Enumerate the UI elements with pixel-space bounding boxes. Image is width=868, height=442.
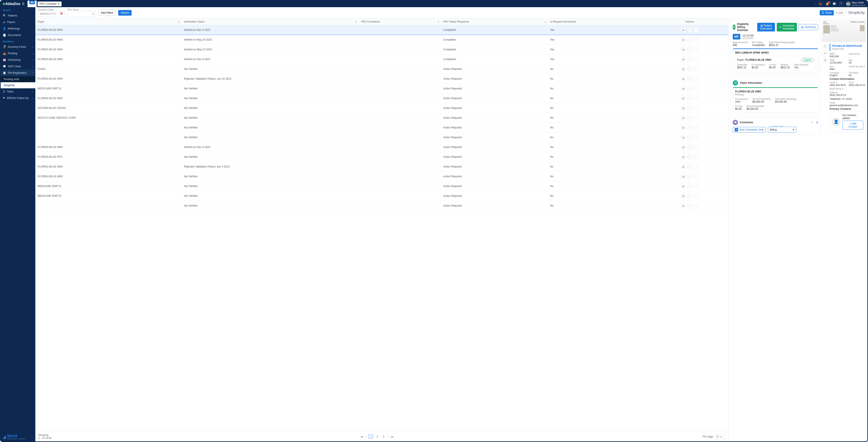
patient-estimation-button[interactable]: ▤ Patient Estimation <box>757 23 775 31</box>
table-row[interactable]: MEDICARE PART BNot VerifiedAction Requir… <box>35 191 728 201</box>
table-row[interactable]: FLORIDA BLUE HMOVerified on May 29 2023C… <box>35 35 728 45</box>
view-pane-button[interactable]: ☰Pane <box>820 10 834 16</box>
sidebar-item-birads[interactable]: ⚑BIRADs Follow-Up› <box>1 95 35 101</box>
table-row[interactable]: FLORIDA BLUE HMOVerified on May 23 2023C… <box>35 45 728 55</box>
col-comments[interactable]: PEV Comments▴▾ <box>359 19 441 25</box>
row-doc-icon[interactable]: ▤ <box>681 76 686 81</box>
row-doc-icon[interactable]: ▤ <box>681 86 686 91</box>
row-check-icon[interactable]: ✓ <box>687 164 692 169</box>
summary-button[interactable]: ▤Summary <box>799 24 818 30</box>
row-more-icon[interactable]: ⋯ <box>694 164 699 169</box>
table-row[interactable]: CIGNANot VerifiedAction RequiredNo▤✓⋯ <box>35 64 728 74</box>
chevron-right-icon[interactable]: › <box>815 2 816 5</box>
page-first-icon[interactable]: ⏮ <box>361 435 363 438</box>
menu-toggle-icon[interactable]: ☰ <box>22 2 25 5</box>
row-more-icon[interactable]: ⋯ <box>694 135 699 140</box>
row-check-icon[interactable]: ✓ <box>687 154 692 159</box>
row-doc-icon[interactable]: ▤ <box>681 125 686 130</box>
chat-icon[interactable]: 💬 <box>832 2 837 6</box>
row-doc-icon[interactable]: ▤ <box>681 115 686 120</box>
table-row[interactable]: FLORIDA BLUE HMONot VerifiedAction Requi… <box>35 93 728 103</box>
row-check-icon[interactable]: ✓ <box>687 203 692 208</box>
add-contact-button[interactable]: + Add Contact <box>842 121 863 130</box>
info-icon[interactable]: ⓘ <box>822 43 828 49</box>
row-more-icon[interactable]: ⋯ <box>694 106 699 111</box>
row-doc-icon[interactable]: ▤ <box>681 135 686 140</box>
row-check-icon[interactable]: ✓ <box>687 145 692 150</box>
bell-icon[interactable]: 🔔 <box>825 2 830 6</box>
row-check-icon[interactable]: ✓ <box>687 66 692 71</box>
row-more-icon[interactable]: ⋯ <box>694 203 699 208</box>
row-more-icon[interactable]: ⋯ <box>694 37 699 42</box>
row-more-icon[interactable]: ⋯ <box>694 183 699 189</box>
comment-type-select[interactable]: Comment Type Billing ▾ <box>768 127 796 133</box>
row-more-icon[interactable]: ⋯ <box>694 154 699 159</box>
row-doc-icon[interactable]: ▤ <box>681 164 686 169</box>
sidebar-sub-simplicity[interactable]: Simplicity <box>1 82 35 88</box>
row-check-icon[interactable]: ✓ <box>687 76 692 81</box>
col-ok[interactable]: Is Request Successful <box>548 19 651 25</box>
view-list-button[interactable]: ≡List <box>834 10 845 16</box>
insurance-reviewed-button[interactable]: ✔ Insurance Reviewed <box>777 23 797 31</box>
row-doc-icon[interactable]: ▤ <box>681 193 686 199</box>
table-row[interactable]: Not VerifiedAction RequiredNo▤✓⋯ <box>35 132 728 142</box>
row-check-icon[interactable]: ✓ <box>687 183 692 189</box>
table-row[interactable]: FLORIDA BLUE HMONot VerifiedAction Requi… <box>35 172 728 181</box>
row-doc-icon[interactable]: ▤ <box>681 57 686 62</box>
search-button[interactable]: Search <box>118 10 132 16</box>
help-icon[interactable]: ? <box>839 2 844 6</box>
sidebar-item-documents[interactable]: 📄Documents <box>1 32 35 38</box>
sidebar-item-scheduling[interactable]: 📅Scheduling› <box>1 57 35 63</box>
row-check-icon[interactable]: ✓ <box>687 47 692 52</box>
sidebar-item-referrings[interactable]: 👤Referrings <box>1 25 35 32</box>
perpage-select[interactable]: 25 ▾ <box>715 434 725 439</box>
table-row[interactable]: Not VerifiedAction RequiredNo▤✓⋯ <box>35 201 728 211</box>
bookmark-icon[interactable]: 🔖 <box>818 2 823 6</box>
row-more-icon[interactable]: ⋯ <box>694 96 699 101</box>
row-doc-icon[interactable]: ▤ <box>681 37 686 42</box>
row-check-icon[interactable]: ✓ <box>687 86 692 91</box>
row-doc-icon[interactable]: ▤ <box>681 96 686 101</box>
row-doc-icon[interactable]: ▤ <box>681 203 686 208</box>
tab-close-icon[interactable]: × <box>58 2 59 5</box>
row-check-icon[interactable]: ✓ <box>687 115 692 120</box>
row-more-icon[interactable]: ⋯ <box>694 66 699 71</box>
row-doc-icon[interactable]: ▤ <box>681 183 686 189</box>
row-more-icon[interactable]: ⋯ <box>694 193 699 199</box>
row-more-icon[interactable]: ⋯ <box>694 145 699 150</box>
row-doc-icon[interactable]: ▤ <box>681 66 686 71</box>
pev-status-select[interactable]: ▾ <box>68 11 96 17</box>
patient-name[interactable]: FRANKLIN WEINTRAUB <box>832 45 864 48</box>
table-row[interactable]: FLORIDA BLUE HMOVerified on Dec 4 2023Ac… <box>35 142 728 152</box>
calendar-icon[interactable]: 📅 <box>60 12 63 16</box>
row-check-icon[interactable]: ✓ <box>687 37 692 42</box>
table-row[interactable]: Not VerifiedAction RequiredNo▤✓⋯ <box>35 123 728 132</box>
table-row[interactable]: FLORIDA BLUE HMOVerified on Dec 4 2023Co… <box>35 55 728 64</box>
popout-icon[interactable]: ⧉ <box>816 121 818 124</box>
row-more-icon[interactable]: ⋯ <box>694 57 699 62</box>
table-row[interactable]: FLORIDA BLUE HMOVerified on Dec 4 2023Co… <box>35 25 728 35</box>
row-more-icon[interactable]: ⋯ <box>694 76 699 81</box>
col-status[interactable]: Verification Status▴▾ <box>182 19 359 25</box>
tab-open[interactable]: PEV Complete × <box>37 2 62 6</box>
table-row[interactable]: MEDICARE PART BNot VerifiedAction Requir… <box>35 181 728 191</box>
row-more-icon[interactable]: ⋯ <box>694 27 699 33</box>
row-more-icon[interactable]: ⋯ <box>694 47 699 52</box>
table-row[interactable]: FLORIDA BLUE PPONot VerifiedAction Requi… <box>35 152 728 162</box>
row-doc-icon[interactable]: ▤ <box>681 154 686 159</box>
row-more-icon[interactable]: ⋯ <box>694 115 699 120</box>
id-image[interactable]: USADRIVER'S LICENSE Georgia GEORGIASAMPL… <box>822 20 866 42</box>
page-prev-icon[interactable]: ‹ <box>366 435 366 438</box>
page-last-icon[interactable]: ⏭ <box>391 435 394 438</box>
page-2[interactable]: 2 <box>375 435 379 439</box>
row-check-icon[interactable]: ✓ <box>687 57 692 62</box>
row-doc-icon[interactable]: ▤ <box>681 145 686 150</box>
history-icon[interactable]: ⟳ <box>822 51 828 56</box>
table-row[interactable]: FLORIDA BLUE HMORejected: Validation Fai… <box>35 74 728 84</box>
user-menu[interactable]: MS Mary Smith abbadoxdemo <box>846 1 866 6</box>
row-more-icon[interactable]: ⋯ <box>694 125 699 130</box>
sidebar-item-prereg[interactable]: 📋Pre-Registration˄ <box>1 70 35 76</box>
sidebar-item-payers[interactable]: 🗂Payers <box>1 19 35 25</box>
row-more-icon[interactable]: ⋯ <box>694 86 699 91</box>
page-next-icon[interactable]: › <box>388 435 389 438</box>
